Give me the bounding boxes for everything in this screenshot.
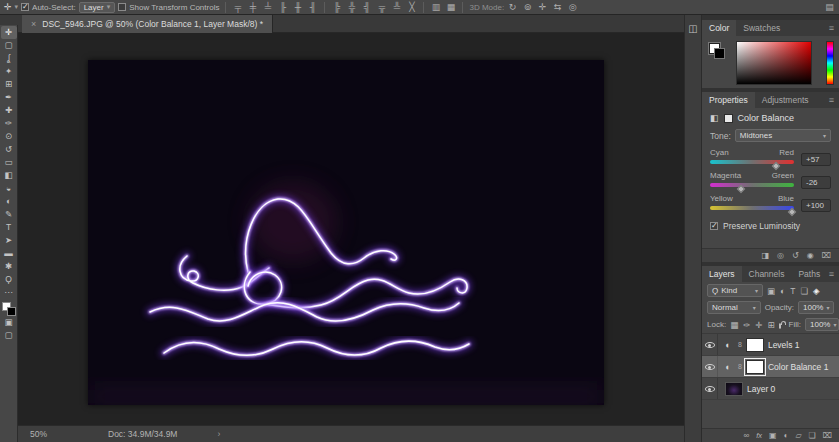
align-top-edges-icon[interactable]: ╤ xyxy=(232,2,243,12)
zoom-level-field[interactable]: 50% xyxy=(30,429,64,439)
crop-tool[interactable]: ⊞ xyxy=(1,78,17,91)
pen-tool[interactable]: ✎ xyxy=(1,208,17,221)
distribute-left-edges-icon[interactable]: ╦ xyxy=(376,2,387,12)
view-previous-state-icon[interactable]: ◎ xyxy=(777,251,784,260)
zoom-tool[interactable]: Ϙ xyxy=(1,273,17,286)
slider-value-field[interactable]: -26 xyxy=(801,176,831,189)
panel-menu-icon[interactable]: ≡ xyxy=(829,20,839,36)
3d-orbit-icon[interactable]: ↻ xyxy=(507,2,518,12)
color-tab-color[interactable]: Color xyxy=(702,20,736,36)
tone-dropdown[interactable]: Midtones ▾ xyxy=(735,129,831,142)
mask-link-icon[interactable]: 8 xyxy=(738,363,742,370)
slider-value-field[interactable]: +57 xyxy=(801,153,831,166)
lock-all-icon[interactable] xyxy=(779,323,781,329)
toggle-visibility-icon[interactable]: ◉ xyxy=(807,251,814,260)
layer-visibility-toggle[interactable] xyxy=(702,378,718,399)
distribute-spacing-horizontal-icon[interactable]: ▦ xyxy=(445,2,456,12)
path-selection-tool[interactable]: ➤ xyxy=(1,234,17,247)
3d-pan-icon[interactable]: ✛ xyxy=(537,2,548,12)
marquee-tool[interactable]: ▢ xyxy=(1,39,17,52)
layer-name[interactable]: Layer 0 xyxy=(747,384,775,394)
tool-preset-chevron-icon[interactable]: ▾ xyxy=(15,3,19,11)
3d-slide-icon[interactable]: ⇆ xyxy=(552,2,563,12)
blur-tool[interactable]: ◒ xyxy=(1,182,17,195)
distribute-vertical-centers-icon[interactable]: ╬ xyxy=(346,2,357,12)
dodge-tool[interactable]: ◐ xyxy=(1,195,17,208)
new-group-icon[interactable]: ▱ xyxy=(795,431,801,440)
delete-layer-icon[interactable]: ⌧ xyxy=(823,431,832,440)
layers-tab-layers[interactable]: Layers xyxy=(702,266,742,282)
close-tab-icon[interactable]: × xyxy=(31,19,36,29)
slider-track[interactable] xyxy=(710,206,794,210)
preserve-luminosity-checkbox[interactable] xyxy=(710,222,718,230)
screen-mode-button[interactable]: ▢ xyxy=(1,329,17,342)
layer-row[interactable]: ◐ 8 Color Balance 1 xyxy=(702,356,839,378)
auto-select-target-dropdown[interactable]: Layer ▾ xyxy=(79,2,116,13)
layers-tab-paths[interactable]: Paths xyxy=(791,266,827,282)
filter-type-layers-icon[interactable]: T xyxy=(790,286,795,296)
collapsed-panel-icon[interactable]: ◫ xyxy=(688,23,697,34)
align-left-edges-icon[interactable]: ╟ xyxy=(277,2,288,12)
gradient-tool[interactable]: ◧ xyxy=(1,169,17,182)
clip-to-layer-icon[interactable]: ◨ xyxy=(762,251,770,260)
filter-pixel-layers-icon[interactable]: ▣ xyxy=(767,286,775,296)
edit-toolbar-button[interactable]: ⋯ xyxy=(1,286,17,299)
align-vertical-centers-icon[interactable]: ╪ xyxy=(247,2,258,12)
delete-adjustment-icon[interactable]: ⌧ xyxy=(822,251,831,260)
opacity-dropdown[interactable]: 100% ▾ xyxy=(798,301,834,314)
quick-selection-tool[interactable]: ✦ xyxy=(1,65,17,78)
filter-smart-objects-icon[interactable]: ◈ xyxy=(813,286,820,296)
layer-mask-thumbnail[interactable] xyxy=(746,360,764,374)
lock-position-icon[interactable]: ✛ xyxy=(755,320,762,330)
layer-thumbnail[interactable] xyxy=(725,382,743,396)
3d-scale-icon[interactable]: ◎ xyxy=(567,2,578,12)
properties-tab-adjustments[interactable]: Adjustments xyxy=(755,92,816,108)
lasso-tool[interactable]: ʆ xyxy=(1,52,17,65)
show-transform-controls-checkbox[interactable] xyxy=(118,3,126,11)
layer-visibility-toggle[interactable] xyxy=(702,356,718,377)
photo-canvas[interactable] xyxy=(88,60,604,405)
foreground-background-swatches[interactable] xyxy=(2,302,16,316)
status-options-chevron-icon[interactable]: › xyxy=(217,429,220,439)
lock-image-pixels-icon[interactable]: ✑ xyxy=(743,320,750,330)
quick-mask-button[interactable]: ▣ xyxy=(1,316,17,329)
align-right-edges-icon[interactable]: ╢ xyxy=(307,2,318,12)
blend-mode-dropdown[interactable]: Normal ▾ xyxy=(707,301,761,314)
type-tool[interactable]: T xyxy=(1,221,17,234)
history-brush-tool[interactable]: ↺ xyxy=(1,143,17,156)
mask-link-icon[interactable]: 8 xyxy=(738,341,742,348)
new-adjustment-layer-icon[interactable]: ◐ xyxy=(784,431,789,440)
align-bottom-edges-icon[interactable]: ╧ xyxy=(262,2,273,12)
layer-filter-dropdown[interactable]: Ϙ Kind ▾ xyxy=(707,284,763,297)
distribute-bottom-edges-icon[interactable]: ╣ xyxy=(361,2,372,12)
slider-value-field[interactable]: +100 xyxy=(801,199,831,212)
layer-name[interactable]: Color Balance 1 xyxy=(768,362,828,372)
layers-tab-channels[interactable]: Channels xyxy=(742,266,792,282)
background-color-swatch[interactable] xyxy=(7,307,16,316)
3d-roll-icon[interactable]: ⊚ xyxy=(522,2,533,12)
eyedropper-tool[interactable]: ✒ xyxy=(1,91,17,104)
move-tool[interactable]: ✛ xyxy=(1,26,17,39)
distribute-right-edges-icon[interactable]: ╳ xyxy=(406,2,417,12)
layer-row[interactable]: ◐ 8 Levels 1 xyxy=(702,334,839,356)
slider-track[interactable] xyxy=(710,160,794,164)
hue-strip[interactable] xyxy=(826,41,834,85)
fill-dropdown[interactable]: 100% ▾ xyxy=(805,318,839,331)
panel-menu-icon[interactable]: ≡ xyxy=(829,92,839,108)
panel-background-swatch[interactable] xyxy=(714,48,725,59)
distribute-top-edges-icon[interactable]: ╠ xyxy=(331,2,342,12)
layer-row[interactable]: Layer 0 xyxy=(702,378,839,400)
layer-name[interactable]: Levels 1 xyxy=(768,340,800,350)
shape-tool[interactable]: ▬ xyxy=(1,247,17,260)
lock-artboard-icon[interactable]: ⊞ xyxy=(767,320,774,330)
auto-select-checkbox[interactable] xyxy=(21,3,29,11)
slider-track[interactable] xyxy=(710,183,794,187)
link-layers-icon[interactable]: ∞ xyxy=(744,431,750,440)
color-tab-swatches[interactable]: Swatches xyxy=(736,20,787,36)
distribute-horizontal-centers-icon[interactable]: ╩ xyxy=(391,2,402,12)
spot-healing-brush-tool[interactable]: ✚ xyxy=(1,104,17,117)
new-layer-icon[interactable]: ❏ xyxy=(809,431,816,440)
lock-transparent-pixels-icon[interactable]: ▦ xyxy=(730,320,738,330)
document-tab[interactable]: × DSC_5946.JPG @ 50% (Color Balance 1, L… xyxy=(22,15,273,33)
panel-menu-icon[interactable]: ≡ xyxy=(829,266,839,282)
